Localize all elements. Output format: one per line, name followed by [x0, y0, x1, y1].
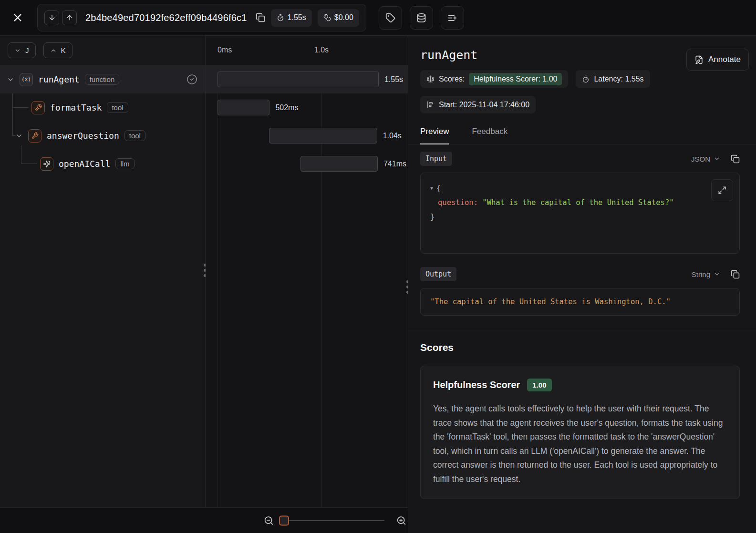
- tags-button[interactable]: [379, 6, 402, 30]
- chevron-up-icon: [50, 47, 57, 54]
- score-value-badge: 1.00: [527, 379, 551, 391]
- tab-feedback[interactable]: Feedback: [472, 127, 507, 144]
- scores-chip-label: Scores:: [439, 75, 465, 83]
- zoom-out-icon[interactable]: [264, 515, 274, 525]
- scorer-name: Helpfulness Scorer: [433, 379, 520, 390]
- span-duration-label: 741ms: [383, 150, 406, 178]
- file-pen-icon: [694, 55, 704, 64]
- copy-icon: [256, 13, 265, 22]
- span-detail-panel: runAgent Annotate Scores: Helpfulness Sc…: [408, 36, 756, 533]
- span-bar-formatTask[interactable]: [217, 100, 269, 115]
- zoom-in-icon[interactable]: [396, 515, 406, 525]
- span-bar-runAgent[interactable]: [217, 72, 379, 87]
- span-name: answerQuestion: [47, 131, 119, 141]
- start-time-value: Start: 2025-11-04 17:46:00: [439, 101, 529, 109]
- span-bar-openAICall[interactable]: [300, 156, 378, 172]
- output-string-value: "The capital of the United States is Was…: [430, 297, 671, 306]
- span-bar-answerQuestion[interactable]: [269, 128, 377, 144]
- timeline-zoom-control: [264, 515, 406, 525]
- tab-preview[interactable]: Preview: [420, 127, 449, 144]
- next-span-button[interactable]: J: [8, 42, 36, 58]
- zoom-slider[interactable]: [279, 515, 384, 525]
- output-format-value: String: [692, 270, 710, 278]
- trace-id: 2b4be49ed70192fe62eff09b4496f6c1: [85, 12, 247, 23]
- check-circle-icon: [186, 74, 197, 85]
- top-actions: [379, 6, 464, 30]
- output-label: Output: [420, 267, 456, 281]
- main-area: J K (x) runAgent function f: [0, 36, 756, 533]
- chevron-down-icon[interactable]: [15, 132, 23, 140]
- json-line: }: [430, 210, 730, 224]
- tree-nav-bar: J K: [0, 36, 205, 65]
- tag-icon: [385, 13, 395, 23]
- detail-tabs: Preview Feedback: [408, 127, 756, 144]
- span-duration-label: 1.04s: [383, 122, 402, 150]
- latency-chip: Latency: 1.55s: [576, 70, 650, 88]
- input-format-select[interactable]: JSON: [691, 155, 720, 163]
- input-label: Input: [420, 152, 452, 166]
- arrow-up-icon: [66, 14, 73, 21]
- span-type-badge: tool: [107, 102, 128, 113]
- helpfulness-score-badge[interactable]: Helpfulness Scorer: 1.00: [469, 73, 562, 85]
- prev-trace-button[interactable]: [62, 10, 77, 25]
- duration-badge: 1.55s: [271, 9, 312, 27]
- collapse-toggle-icon[interactable]: ▼: [430, 185, 433, 191]
- timeline-row-openAICall[interactable]: 741ms: [206, 150, 408, 178]
- tree-row-openAICall[interactable]: openAICall llm: [0, 150, 205, 178]
- tree-rows: (x) runAgent function formatTask tool an…: [0, 65, 205, 178]
- arrow-down-icon: [48, 14, 56, 21]
- next-trace-button[interactable]: [44, 10, 59, 25]
- output-viewer: "The capital of the United States is Was…: [420, 288, 740, 316]
- meta-chip-row-2: Start: 2025-11-04 17:46:00: [420, 96, 740, 113]
- helpfulness-scorer-card: Helpfulness Scorer 1.00 Yes, the agent c…: [420, 366, 740, 499]
- scores-heading: Scores: [420, 342, 740, 353]
- list-plus-icon: [447, 13, 457, 23]
- timeline-row-runAgent[interactable]: 1.55s: [206, 65, 408, 93]
- prev-span-key: K: [61, 46, 66, 54]
- input-section-header: Input JSON: [420, 152, 740, 166]
- span-name: runAgent: [38, 74, 80, 84]
- wrench-icon: [31, 101, 45, 114]
- latency-value: Latency: 1.55s: [594, 75, 643, 83]
- json-line[interactable]: ▼{: [430, 181, 730, 195]
- duration-value: 1.55s: [288, 13, 306, 22]
- zoom-slider-track[interactable]: [289, 520, 384, 521]
- copy-trace-id-button[interactable]: [256, 13, 265, 22]
- timeline-panel: 0ms 1.0s 1.55s 502ms 1.04s 741ms: [206, 36, 408, 507]
- span-title: runAgent: [420, 48, 477, 62]
- wrench-icon: [28, 129, 41, 143]
- gantt-icon: [426, 101, 435, 109]
- close-button[interactable]: [10, 10, 25, 25]
- timeline-row-formatTask[interactable]: 502ms: [206, 93, 408, 122]
- scores-chip: Scores: Helpfulness Scorer: 1.00: [420, 70, 568, 88]
- timeline-row-answerQuestion[interactable]: 1.04s: [206, 122, 408, 150]
- sparkles-icon: [40, 157, 53, 171]
- copy-icon: [731, 270, 740, 279]
- add-to-list-button[interactable]: [441, 6, 464, 30]
- copy-output-button[interactable]: [731, 270, 740, 279]
- section-divider: [408, 330, 756, 330]
- function-icon: (x): [20, 73, 33, 86]
- span-type-badge: tool: [124, 130, 145, 141]
- annotate-label: Annotate: [708, 55, 741, 64]
- chevron-down-icon: [14, 47, 21, 54]
- copy-icon: [731, 154, 740, 164]
- copy-input-button[interactable]: [731, 154, 740, 164]
- database-icon: [416, 13, 426, 23]
- expand-input-button[interactable]: [711, 179, 733, 201]
- tree-row-runAgent[interactable]: (x) runAgent function: [0, 65, 205, 93]
- span-type-badge: function: [85, 74, 120, 85]
- span-type-badge: llm: [115, 158, 134, 169]
- chevron-down-icon[interactable]: [7, 76, 14, 83]
- zoom-slider-handle[interactable]: [279, 515, 289, 525]
- tree-row-answerQuestion[interactable]: answerQuestion tool: [0, 122, 205, 150]
- meta-chip-row: Scores: Helpfulness Scorer: 1.00 Latency…: [420, 70, 740, 88]
- span-name: openAICall: [59, 159, 110, 169]
- output-format-select[interactable]: String: [692, 270, 720, 278]
- prev-span-button[interactable]: K: [43, 42, 72, 58]
- dataset-button[interactable]: [410, 6, 433, 30]
- annotate-button[interactable]: Annotate: [686, 49, 749, 71]
- json-line: question: "What is the capital of the Un…: [430, 195, 730, 210]
- tree-row-formatTask[interactable]: formatTask tool: [0, 93, 205, 122]
- coins-icon: [323, 14, 331, 21]
